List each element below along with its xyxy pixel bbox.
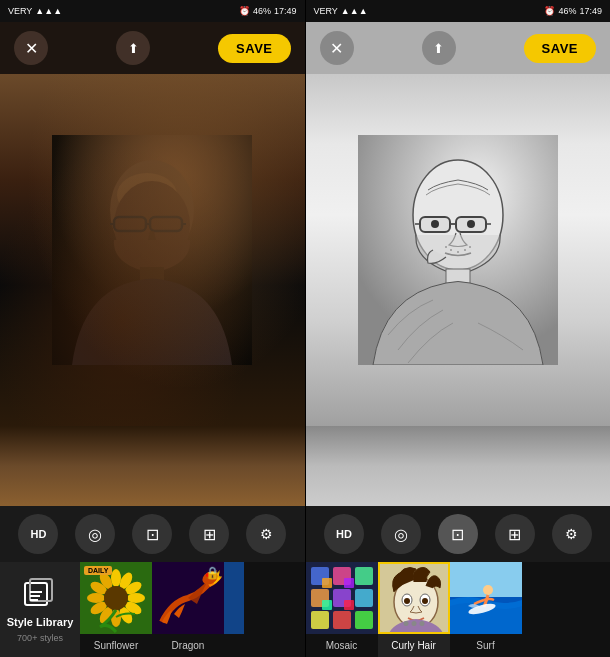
style-item-sunflower[interactable]: DAILY [80, 562, 152, 657]
battery-left: 46% [253, 6, 271, 16]
alarm-icon-right: ⏰ [544, 6, 555, 16]
layers-icon-right: ◎ [394, 525, 408, 544]
save-button-right[interactable]: SAVE [524, 34, 596, 63]
svg-point-27 [87, 593, 105, 603]
svg-point-69 [404, 598, 410, 604]
sliders-icon-right: ⚙ [565, 526, 578, 542]
layers-button-left[interactable]: ◎ [75, 514, 115, 554]
style-item-mosaic[interactable]: Mosaic [306, 562, 378, 657]
mosaic-img-wrap [306, 562, 378, 634]
svg-point-18 [111, 569, 121, 587]
svg-rect-57 [311, 611, 329, 629]
svg-point-3 [114, 181, 190, 269]
crop-icon-left: ⊡ [146, 525, 159, 544]
grid-icon-left: ⊞ [203, 525, 216, 544]
library-subtitle: 700+ styles [17, 633, 63, 643]
lock-icon-dragon: 🔒 [205, 566, 220, 580]
share-button-right[interactable]: ⬆ [422, 31, 456, 65]
style-item-surf[interactable]: Surf [450, 562, 522, 657]
bottom-grad-right [306, 426, 611, 506]
battery-right: 46% [558, 6, 576, 16]
style-library-card[interactable]: Style Library 700+ styles [0, 562, 80, 657]
svg-point-21 [127, 593, 145, 603]
grid-button-right[interactable]: ⊞ [495, 514, 535, 554]
svg-point-74 [483, 585, 493, 595]
style-item-curly-hair[interactable]: Curly Hair [378, 562, 450, 657]
svg-rect-61 [344, 578, 354, 588]
close-icon-right: ✕ [330, 39, 343, 58]
close-button-left[interactable]: ✕ [14, 31, 48, 65]
layers-button-right[interactable]: ◎ [381, 514, 421, 554]
style-item-dragon[interactable]: 🔒 Dragon [152, 562, 224, 657]
partial-wrap [224, 562, 244, 634]
svg-point-30 [104, 586, 128, 610]
hd-icon-right: HD [336, 528, 352, 540]
svg-point-9 [124, 245, 180, 265]
control-bar-right: HD ◎ ⊡ ⊞ ⚙ [306, 506, 611, 562]
share-icon-right: ⬆ [433, 41, 444, 56]
status-bar-right: VERY ▲▲▲ ⏰ 46% 17:49 [306, 0, 611, 22]
sunflower-label: Sunflower [80, 634, 152, 657]
sliders-button-left[interactable]: ⚙ [246, 514, 286, 554]
image-area-left [0, 74, 305, 506]
portrait-right [358, 135, 558, 365]
portrait-left [52, 135, 252, 365]
status-right-left: VERY ▲▲▲ [314, 6, 368, 16]
save-button-left[interactable]: SAVE [218, 34, 290, 63]
library-svg-icon [22, 576, 58, 612]
top-toolbar-left: ✕ ⬆ SAVE [0, 22, 305, 74]
svg-point-46 [450, 249, 452, 251]
svg-rect-59 [355, 611, 373, 629]
carrier-left: VERY [8, 6, 32, 16]
library-title: Style Library [7, 616, 74, 629]
svg-rect-53 [355, 567, 373, 585]
crop-icon-right: ⊡ [451, 525, 464, 544]
mosaic-label: Mosaic [306, 634, 378, 657]
status-bar-left: VERY ▲▲▲ ⏰ 46% 17:49 [0, 0, 305, 22]
sunflower-img-wrap: DAILY [80, 562, 152, 634]
crop-button-left[interactable]: ⊡ [132, 514, 172, 554]
daily-badge: DAILY [84, 566, 112, 575]
svg-point-42 [431, 220, 439, 228]
carrier-right: VERY [314, 6, 338, 16]
style-item-partial[interactable] [224, 562, 244, 657]
dragon-label: Dragon [152, 634, 224, 657]
svg-point-2 [117, 173, 177, 217]
top-toolbar-right: ✕ ⬆ SAVE [306, 22, 611, 74]
layers-icon-left: ◎ [88, 525, 102, 544]
svg-point-1 [110, 160, 194, 260]
progress-dots [403, 621, 424, 626]
svg-point-45 [445, 246, 447, 248]
image-area-right [306, 74, 611, 506]
svg-rect-5 [150, 217, 182, 231]
surf-preview [450, 562, 522, 634]
signal-right: ▲▲▲ [341, 6, 368, 16]
svg-rect-63 [344, 600, 354, 610]
alarm-icon-left: ⏰ [239, 6, 250, 16]
share-button-left[interactable]: ⬆ [116, 31, 150, 65]
style-strip-right: Mosaic [306, 562, 611, 657]
svg-rect-0 [52, 135, 252, 365]
curly-hair-label: Curly Hair [378, 634, 450, 657]
svg-point-47 [457, 251, 459, 253]
status-left: VERY ▲▲▲ [8, 6, 62, 16]
svg-rect-58 [333, 611, 351, 629]
grid-button-left[interactable]: ⊞ [189, 514, 229, 554]
close-button-right[interactable]: ✕ [320, 31, 354, 65]
svg-rect-56 [355, 589, 373, 607]
svg-rect-4 [114, 217, 146, 231]
hd-button-left[interactable]: HD [18, 514, 58, 554]
photo-right [306, 74, 611, 426]
style-strip-left: Style Library 700+ styles DAILY [0, 562, 305, 657]
crop-button-right[interactable]: ⊡ [438, 514, 478, 554]
svg-rect-62 [322, 600, 332, 610]
hd-button-right[interactable]: HD [324, 514, 364, 554]
svg-rect-10 [140, 267, 164, 292]
sliders-button-right[interactable]: ⚙ [552, 514, 592, 554]
hd-icon-left: HD [30, 528, 46, 540]
curly-hair-img-wrap [378, 562, 450, 634]
photo-left [0, 74, 305, 426]
share-icon-left: ⬆ [128, 41, 139, 56]
mosaic-preview [306, 562, 378, 634]
svg-point-49 [469, 246, 471, 248]
